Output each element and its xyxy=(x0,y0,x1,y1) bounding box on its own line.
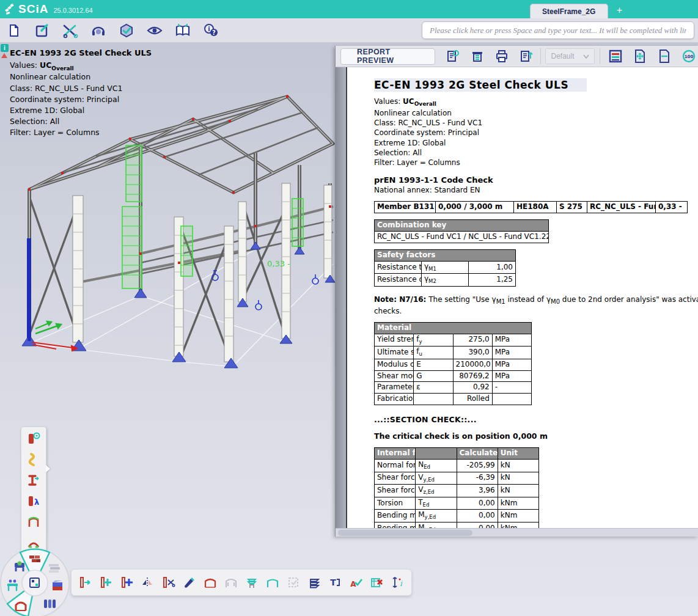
help-bubbles-icon[interactable]: i? xyxy=(202,21,220,40)
move-member-icon[interactable] xyxy=(76,573,95,592)
scrollbar-thumb[interactable] xyxy=(338,530,472,536)
section-check-heading: ...::SECTION CHECK::... xyxy=(374,415,698,425)
tools-icon[interactable] xyxy=(61,21,79,40)
report-preview-panel: REPORT PREVIEW Default 100 EC-EN 1993 2G… xyxy=(335,46,698,537)
material-table: Material Yield strengthfy275,0MPaUltimat… xyxy=(374,322,532,405)
report-preview-header: REPORT PREVIEW Default 100 xyxy=(336,46,698,67)
fabric-rolls-icon xyxy=(44,600,56,608)
report-horizontal-scrollbar[interactable] xyxy=(336,528,698,537)
results-settings-icon[interactable] xyxy=(24,431,43,447)
app-version: 25.0.3012.64 xyxy=(53,7,92,14)
svg-text:i: i xyxy=(208,26,210,32)
stability-lambda-icon[interactable]: λ xyxy=(24,493,43,509)
note-line: Note: N7/16: The setting "Use γM1 instea… xyxy=(374,295,698,306)
new-tab-button[interactable]: + xyxy=(608,4,631,18)
svg-text:λ: λ xyxy=(34,497,39,507)
scia-logo-icon xyxy=(4,2,17,16)
select-region-disabled-icon xyxy=(284,573,303,592)
frame-opening-icon[interactable] xyxy=(263,573,282,592)
project-tab[interactable]: SteelFrame_2G xyxy=(530,4,608,18)
svg-text:A: A xyxy=(350,580,356,588)
report-page-gutter xyxy=(336,67,346,528)
export-report-icon[interactable] xyxy=(517,47,535,65)
brand-name: SCiA xyxy=(18,2,48,16)
svg-text:100: 100 xyxy=(685,54,694,59)
paint-properties-icon[interactable] xyxy=(180,573,199,592)
member-summary-table: Member B1310,000 / 3,000 mHE180AS 275RC_… xyxy=(374,201,688,213)
internal-forces-table: Internal forcesCalculatedUnit Normal for… xyxy=(374,447,539,528)
table-layers-icon[interactable] xyxy=(243,573,261,592)
critical-check-line: The critical check is on position 0,000 … xyxy=(374,431,698,442)
results-toolbar: λ xyxy=(21,427,46,555)
portal-frame-disabled-icon xyxy=(222,573,240,592)
main-toolbar: i? xyxy=(0,18,698,43)
report-page: EC-EN 1993 2G Steel Check ULS Values: UC… xyxy=(346,67,698,528)
svg-text:?: ? xyxy=(212,29,216,36)
zoom-100-icon[interactable]: 100 xyxy=(680,47,698,65)
result-info-overlay: EC-EN 1993 2G Steel Check ULS Values: UC… xyxy=(10,48,193,138)
print-icon[interactable] xyxy=(493,47,511,65)
spacebar-command-input[interactable] xyxy=(422,21,694,39)
mirror-icon[interactable] xyxy=(139,573,157,592)
code-check-title: prEN 1993-1-1 Code Check xyxy=(374,175,698,185)
spell-check-icon[interactable]: A xyxy=(347,573,365,592)
refresh-report-icon[interactable] xyxy=(444,47,462,65)
fit-width-icon[interactable] xyxy=(655,47,674,65)
portal-frame-icon[interactable] xyxy=(201,573,219,592)
frame-check-icon[interactable] xyxy=(24,514,43,530)
plates-stack-icon xyxy=(49,564,60,573)
section-check-icon[interactable] xyxy=(24,472,43,488)
multi-copy-icon[interactable] xyxy=(118,573,136,592)
combination-key-table: Combination key RC_NC_ULS - Fund VC1 / N… xyxy=(374,219,549,243)
copy-member-icon[interactable] xyxy=(97,573,116,592)
fit-page-icon[interactable] xyxy=(631,47,649,65)
dimension-line-icon[interactable]: i xyxy=(388,573,406,592)
uc-result-label-3d: 0,33 - xyxy=(267,259,290,268)
chevron-down-icon xyxy=(583,54,589,59)
overlay-title: EC-EN 1993 2G Steel Check ULS xyxy=(10,48,193,59)
trim-member-icon[interactable] xyxy=(160,573,178,592)
warning-flag-icon xyxy=(1,53,7,58)
report-container-icon[interactable] xyxy=(468,47,487,65)
scia-engineer-window: { "app": { "brand": "SCiA", "version": "… xyxy=(0,0,698,616)
manipulation-toolbar: T A i xyxy=(71,569,412,596)
zoom-preset-dropdown[interactable]: Default xyxy=(545,48,595,64)
title-bar: SCiA 25.0.3012.64 SteelFrame_2G + xyxy=(0,0,698,18)
report-content: EC-EN 1993 2G Steel Check ULS Values: UC… xyxy=(374,78,698,528)
libraries-book-icon[interactable] xyxy=(174,21,192,40)
edit-project-icon[interactable] xyxy=(33,21,51,40)
delete-table-icon[interactable] xyxy=(367,573,386,592)
svg-text:T: T xyxy=(330,578,336,587)
report-title: EC-EN 1993 2G Steel Check ULS xyxy=(374,78,587,92)
report-page-area[interactable]: EC-EN 1993 2G Steel Check ULS Values: UC… xyxy=(336,67,698,528)
report-preview-tab[interactable]: REPORT PREVIEW xyxy=(340,48,435,65)
layers-icon[interactable] xyxy=(305,573,323,592)
rename-icon[interactable]: T xyxy=(326,573,344,592)
deformation-icon[interactable] xyxy=(24,452,43,468)
info-badge-icon[interactable]: i xyxy=(1,44,9,52)
solver-icon[interactable] xyxy=(89,21,108,40)
check-cube-icon[interactable] xyxy=(117,21,136,40)
safety-factors-table: Safety factors Resistance to instability… xyxy=(374,249,516,287)
page-layout-icon[interactable] xyxy=(606,47,625,65)
workstation-wheel[interactable] xyxy=(0,547,72,616)
new-project-icon[interactable] xyxy=(5,21,23,40)
svg-text:i: i xyxy=(400,579,403,588)
view-eye-icon[interactable] xyxy=(145,21,164,40)
